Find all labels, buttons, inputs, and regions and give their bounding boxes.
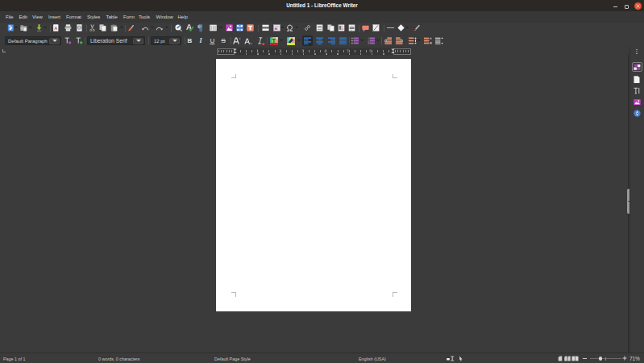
svg-text:A: A <box>54 26 57 31</box>
svg-text:3: 3 <box>368 42 369 44</box>
